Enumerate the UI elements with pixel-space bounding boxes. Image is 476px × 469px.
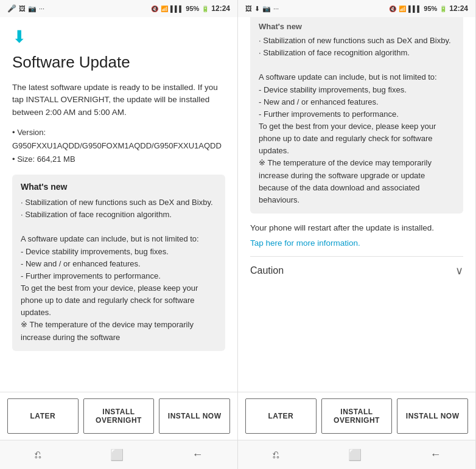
right-whats-new-box: What's new · Stabilization of new functi… xyxy=(250,17,463,214)
tap-info: Tap here for more information. xyxy=(250,238,463,248)
left-description: The latest software update is ready to b… xyxy=(12,82,225,119)
right-battery-icon: 🔋 xyxy=(439,5,447,12)
right-whats-new-title-partial: What's new xyxy=(259,22,455,31)
right-back-icon[interactable]: ⎌ xyxy=(273,448,279,461)
left-whats-new-text: · Stabilization of new functions such as… xyxy=(21,196,217,344)
right-camera-icon: 📷 xyxy=(262,5,271,13)
chevron-down-icon: ∨ xyxy=(455,264,463,277)
caution-row[interactable]: Caution ∨ xyxy=(250,256,463,285)
right-whats-new-text: · Stabilization of new functions such as… xyxy=(259,35,455,206)
right-bottom-buttons: LATER INSTALL OVERNIGHT INSTALL NOW xyxy=(238,392,475,440)
left-recents-icon[interactable]: ← xyxy=(192,448,203,461)
left-version-info: • Version: G950FXXU1AQDD/G950FOXM1AQDD/G… xyxy=(12,126,225,166)
battery-icon: 🔋 xyxy=(201,5,209,12)
mute-icon: 🔇 xyxy=(151,5,158,12)
image-icon: 🖼 xyxy=(19,5,26,12)
more-icon: ··· xyxy=(39,5,44,12)
right-install-overnight-button[interactable]: INSTALL OVERNIGHT xyxy=(321,398,393,434)
left-whats-new-title: What's new xyxy=(21,182,217,192)
right-scroll-area: What's new · Stabilization of new functi… xyxy=(238,17,475,392)
left-content-area: ⬇ Software Update The latest software up… xyxy=(0,17,237,440)
time-display: 12:24 xyxy=(211,4,230,13)
wifi-icon: 📶 xyxy=(161,5,168,12)
size-label: • Size: 664,21 MB xyxy=(12,153,225,166)
right-more-icon: ··· xyxy=(273,5,279,12)
right-wifi-icon: 📶 xyxy=(399,5,406,12)
left-back-icon[interactable]: ⎌ xyxy=(35,448,41,461)
left-status-right: 🔇 📶 ▌▌▌ 95% 🔋 12:24 xyxy=(151,4,230,13)
mic-icon: 🎤 xyxy=(7,4,16,13)
version-label: • Version: G950FXXU1AQDD/G950FOXM1AQDD/G… xyxy=(12,126,225,153)
fade-overlay xyxy=(0,367,237,392)
caution-label: Caution xyxy=(250,265,284,276)
right-download-status-icon: ⬇ xyxy=(254,5,260,13)
right-signal-icon: ▌▌▌ xyxy=(408,5,421,12)
left-page-title: Software Update xyxy=(12,53,225,72)
restart-text: Your phone will restart after the update… xyxy=(250,222,463,235)
left-later-button[interactable]: LATER xyxy=(7,398,79,434)
right-phone-panel: 🖼 ⬇ 📷 ··· 🔇 📶 ▌▌▌ 95% 🔋 12:24 What's new… xyxy=(238,0,476,469)
right-image-icon: 🖼 xyxy=(245,5,252,12)
right-nav-bar: ⎌ ⬜ ← xyxy=(238,440,475,469)
right-home-icon[interactable]: ⬜ xyxy=(348,448,362,462)
left-home-icon[interactable]: ⬜ xyxy=(110,448,124,462)
left-install-overnight-button[interactable]: INSTALL OVERNIGHT xyxy=(83,398,155,434)
right-content-area: What's new · Stabilization of new functi… xyxy=(238,17,475,440)
left-nav-bar: ⎌ ⬜ ← xyxy=(0,440,237,469)
right-status-icons: 🖼 ⬇ 📷 ··· xyxy=(245,5,279,13)
right-time-display: 12:24 xyxy=(449,4,468,13)
left-status-bar: 🎤 🖼 📷 ··· 🔇 📶 ▌▌▌ 95% 🔋 12:24 xyxy=(0,0,237,17)
right-later-button[interactable]: LATER xyxy=(245,398,317,434)
left-scroll-content: ⬇ Software Update The latest software up… xyxy=(0,17,237,392)
signal-icon: ▌▌▌ xyxy=(170,5,183,12)
left-whats-new-box: What's new · Stabilization of new functi… xyxy=(12,175,225,351)
left-bottom-buttons: LATER INSTALL OVERNIGHT INSTALL NOW xyxy=(0,392,237,440)
right-recents-icon[interactable]: ← xyxy=(430,448,441,461)
left-phone-panel: 🎤 🖼 📷 ··· 🔇 📶 ▌▌▌ 95% 🔋 12:24 ⬇ Software… xyxy=(0,0,238,469)
left-install-now-button[interactable]: INSTALL NOW xyxy=(159,398,230,434)
right-mute-icon: 🔇 xyxy=(389,5,396,12)
right-status-bar: 🖼 ⬇ 📷 ··· 🔇 📶 ▌▌▌ 95% 🔋 12:24 xyxy=(238,0,475,17)
camera-icon: 📷 xyxy=(28,5,37,13)
battery-percent: 95% xyxy=(186,5,199,12)
left-status-icons: 🎤 🖼 📷 ··· xyxy=(7,4,44,13)
right-battery-percent: 95% xyxy=(424,5,437,12)
right-status-right: 🔇 📶 ▌▌▌ 95% 🔋 12:24 xyxy=(389,4,468,13)
left-download-icon: ⬇ xyxy=(12,27,225,47)
right-install-now-button[interactable]: INSTALL NOW xyxy=(397,398,468,434)
